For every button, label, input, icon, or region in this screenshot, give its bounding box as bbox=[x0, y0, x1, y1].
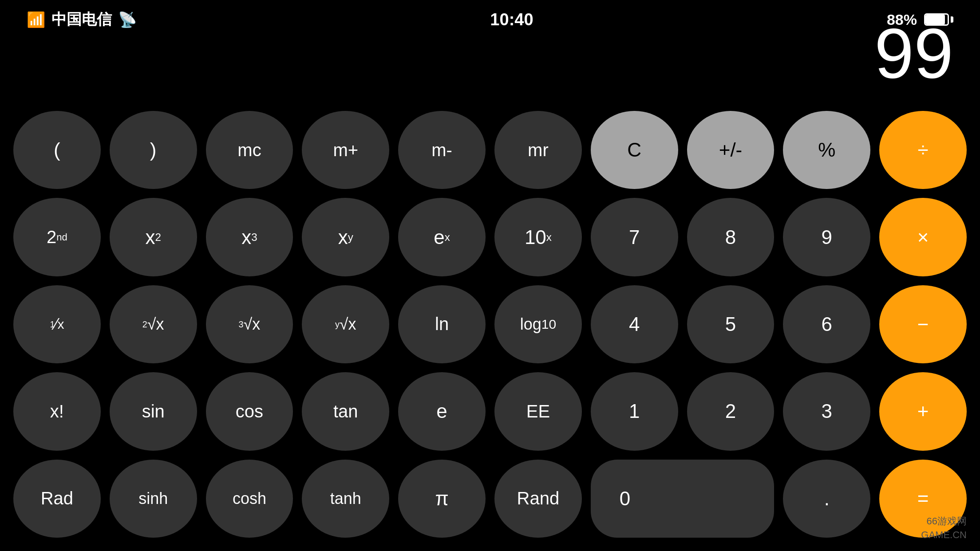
mc-button[interactable]: mc bbox=[206, 111, 293, 189]
m-minus-button[interactable]: m- bbox=[398, 111, 486, 189]
tan-button[interactable]: tan bbox=[302, 372, 389, 450]
two-button[interactable]: 2 bbox=[687, 372, 775, 450]
nine-button[interactable]: 9 bbox=[783, 198, 870, 276]
one-button[interactable]: 1 bbox=[591, 372, 678, 450]
decimal-button[interactable]: . bbox=[783, 460, 870, 538]
subtract-button[interactable]: − bbox=[879, 285, 967, 363]
tenx-button[interactable]: 10x bbox=[494, 198, 582, 276]
sqrt2-button[interactable]: 2√x bbox=[110, 285, 197, 363]
calculator-grid: ( ) mc m+ m- mr C +/- % ÷ 2nd x2 x3 xy e… bbox=[0, 102, 980, 551]
mr-button[interactable]: mr bbox=[494, 111, 582, 189]
cos-button[interactable]: cos bbox=[206, 372, 293, 450]
second-button[interactable]: 2nd bbox=[13, 198, 101, 276]
tanh-button[interactable]: tanh bbox=[302, 460, 389, 538]
status-left: 📶 中国电信 📡 bbox=[27, 9, 137, 30]
watermark-line1: 66游戏网 bbox=[921, 515, 967, 528]
sqrt3-button[interactable]: 3√x bbox=[206, 285, 293, 363]
pi-button[interactable]: π bbox=[398, 460, 486, 538]
watermark-line2: GAME.CN bbox=[921, 528, 967, 542]
five-button[interactable]: 5 bbox=[687, 285, 775, 363]
ee-button[interactable]: EE bbox=[494, 372, 582, 450]
one-over-x-button[interactable]: 1⁄x bbox=[13, 285, 101, 363]
percent-button[interactable]: % bbox=[783, 111, 870, 189]
m-plus-button[interactable]: m+ bbox=[302, 111, 389, 189]
ex-button[interactable]: ex bbox=[398, 198, 486, 276]
seven-button[interactable]: 7 bbox=[591, 198, 678, 276]
carrier-label: 中国电信 bbox=[51, 9, 112, 30]
display-area: 99 bbox=[0, 31, 980, 102]
close-paren-button[interactable]: ) bbox=[110, 111, 197, 189]
divide-button[interactable]: ÷ bbox=[879, 111, 967, 189]
e-button[interactable]: e bbox=[398, 372, 486, 450]
factorial-button[interactable]: x! bbox=[13, 372, 101, 450]
rand-button[interactable]: Rand bbox=[494, 460, 582, 538]
sqrty-button[interactable]: y√x bbox=[302, 285, 389, 363]
time-display: 10:40 bbox=[490, 10, 533, 29]
sinh-button[interactable]: sinh bbox=[110, 460, 197, 538]
log10-button[interactable]: log10 bbox=[494, 285, 582, 363]
sin-button[interactable]: sin bbox=[110, 372, 197, 450]
cosh-button[interactable]: cosh bbox=[206, 460, 293, 538]
add-button[interactable]: + bbox=[879, 372, 967, 450]
watermark: 66游戏网 GAME.CN bbox=[921, 515, 967, 542]
ln-button[interactable]: ln bbox=[398, 285, 486, 363]
multiply-button[interactable]: × bbox=[879, 198, 967, 276]
clear-button[interactable]: C bbox=[591, 111, 678, 189]
plus-minus-button[interactable]: +/- bbox=[687, 111, 775, 189]
xy-button[interactable]: xy bbox=[302, 198, 389, 276]
zero-button[interactable]: 0 bbox=[591, 460, 775, 538]
three-button[interactable]: 3 bbox=[783, 372, 870, 450]
eight-button[interactable]: 8 bbox=[687, 198, 775, 276]
signal-icon: 📶 bbox=[27, 11, 45, 28]
rad-button[interactable]: Rad bbox=[13, 460, 101, 538]
status-bar: 📶 中国电信 📡 10:40 88% bbox=[0, 0, 980, 31]
open-paren-button[interactable]: ( bbox=[13, 111, 101, 189]
display-value: 99 bbox=[874, 18, 953, 89]
wifi-icon: 📡 bbox=[118, 11, 137, 28]
x-squared-button[interactable]: x2 bbox=[110, 198, 197, 276]
x-cubed-button[interactable]: x3 bbox=[206, 198, 293, 276]
four-button[interactable]: 4 bbox=[591, 285, 678, 363]
six-button[interactable]: 6 bbox=[783, 285, 870, 363]
